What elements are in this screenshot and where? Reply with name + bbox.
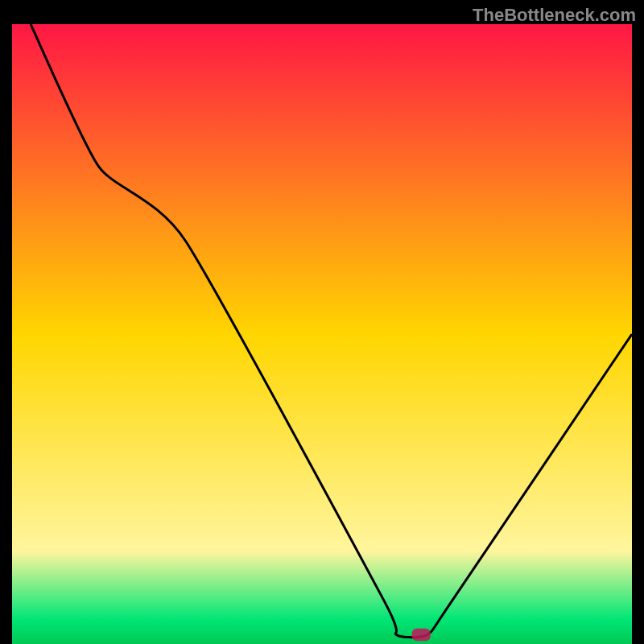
plot-area [12, 24, 632, 644]
chart-container: TheBottleneck.com [0, 0, 644, 644]
optimal-marker [412, 629, 431, 641]
gradient-background [12, 24, 632, 644]
chart-svg [12, 24, 632, 644]
watermark-text: TheBottleneck.com [473, 5, 636, 26]
